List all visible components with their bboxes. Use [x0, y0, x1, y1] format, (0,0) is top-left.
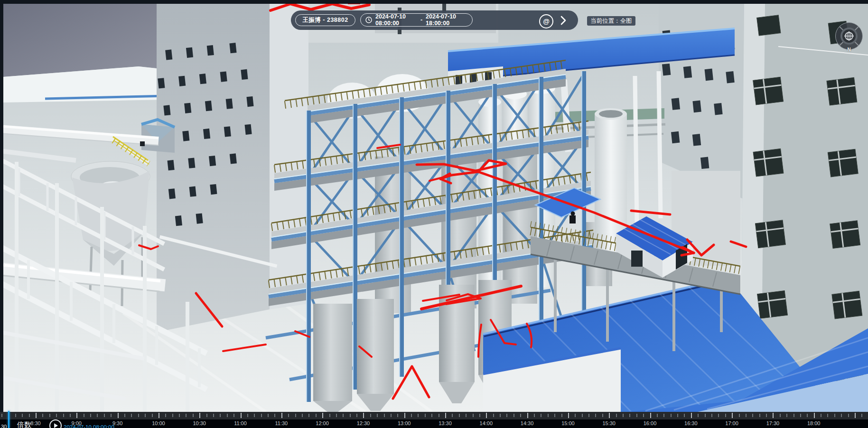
minor-tick — [834, 414, 835, 417]
minor-tick — [595, 414, 596, 417]
timeline-label: 13:00 — [390, 420, 419, 426]
minor-tick — [254, 414, 255, 417]
minor-tick — [124, 414, 125, 417]
minor-tick — [759, 414, 760, 417]
minor-tick — [841, 414, 842, 417]
timeline-label: 16:30 — [677, 420, 705, 426]
minor-tick — [220, 414, 221, 417]
minor-tick — [206, 414, 207, 417]
clock-icon — [365, 17, 372, 23]
minor-tick — [698, 414, 699, 417]
compass-north-label: N — [835, 47, 863, 52]
timeline-label: 15:30 — [595, 420, 623, 426]
major-tick — [118, 413, 119, 418]
minor-tick — [663, 414, 664, 417]
speed-value[interactable]: 30 — [1, 424, 7, 428]
minor-tick — [513, 414, 514, 417]
minor-tick — [29, 414, 30, 417]
minor-tick — [786, 414, 787, 417]
minor-tick — [56, 414, 57, 417]
minor-tick — [145, 414, 146, 417]
major-tick — [568, 413, 569, 418]
minor-tick — [302, 414, 303, 417]
timeline-label: 12:30 — [349, 420, 377, 426]
minor-tick — [616, 414, 617, 417]
major-tick — [241, 413, 242, 418]
minor-tick — [636, 414, 637, 417]
major-tick — [814, 413, 815, 418]
app-window: 王振博 - 238802 2024-07-10 08:00:00 - 2024-… — [0, 0, 868, 428]
locate-button[interactable]: @ — [539, 14, 553, 28]
minor-tick — [827, 414, 828, 417]
minor-tick — [329, 414, 330, 417]
minor-tick — [657, 414, 658, 417]
minor-tick — [548, 414, 549, 417]
time-range-pill[interactable]: 2024-07-10 08:00:00 - 2024-07-10 18:00:0… — [360, 13, 473, 27]
time-start: 2024-07-10 08:00:00 — [375, 13, 417, 27]
minor-tick — [541, 414, 541, 417]
minor-tick — [227, 414, 228, 417]
frame-top-strip — [0, 0, 868, 4]
play-icon — [54, 423, 58, 428]
minor-tick — [431, 414, 432, 417]
frame-left-strip — [0, 0, 3, 412]
major-tick — [855, 413, 856, 418]
major-tick — [691, 413, 692, 418]
minor-tick — [295, 414, 296, 417]
major-tick — [281, 413, 282, 418]
timeline-playhead[interactable] — [8, 411, 9, 428]
timeline-label: 11:30 — [267, 420, 296, 426]
minor-tick — [42, 414, 43, 417]
minor-tick — [343, 414, 344, 417]
minor-tick — [800, 414, 801, 417]
minor-tick — [22, 414, 23, 417]
major-tick — [322, 413, 323, 418]
next-button[interactable] — [557, 14, 570, 27]
minor-tick — [316, 414, 317, 417]
minor-tick — [350, 414, 351, 417]
minor-tick — [684, 414, 685, 417]
minor-tick — [391, 414, 392, 417]
minor-tick — [377, 414, 378, 417]
minor-tick — [493, 414, 494, 417]
minor-tick — [172, 414, 173, 417]
toolbar: 王振博 - 238802 2024-07-10 08:00:00 - 2024-… — [291, 10, 578, 30]
timeline-labels: 8:309:009:3010:0010:3011:0011:3012:0012:… — [0, 419, 868, 428]
minor-tick — [247, 414, 248, 417]
at-icon: @ — [543, 18, 550, 25]
minor-tick — [629, 414, 630, 417]
minor-tick — [268, 414, 269, 417]
timeline-label: 15:00 — [554, 420, 582, 426]
timeline-label: 16:00 — [636, 420, 664, 426]
minor-tick — [425, 414, 426, 417]
compass-widget[interactable]: N — [835, 22, 863, 50]
minor-tick — [711, 414, 712, 417]
minor-tick — [705, 414, 706, 417]
minor-tick — [233, 414, 234, 417]
minor-tick — [90, 414, 91, 417]
minor-tick — [418, 414, 419, 417]
minor-tick — [111, 414, 112, 417]
time-separator: - — [420, 17, 422, 23]
minor-tick — [479, 414, 480, 417]
minor-tick — [261, 414, 262, 417]
minor-tick — [588, 414, 589, 417]
scene-3d[interactable] — [0, 0, 868, 412]
minor-tick — [1, 414, 2, 417]
major-tick — [363, 413, 364, 418]
minor-tick — [138, 414, 139, 417]
building-left — [153, 4, 308, 332]
minor-tick — [213, 414, 214, 417]
person-pill[interactable]: 王振博 - 238802 — [295, 14, 355, 26]
minor-tick — [602, 414, 603, 417]
timeline-label: 10:30 — [185, 420, 214, 426]
minor-tick — [821, 414, 821, 417]
minor-tick — [288, 414, 289, 417]
minor-tick — [15, 414, 16, 417]
timeline-ticks[interactable] — [0, 412, 868, 419]
minor-tick — [165, 414, 166, 417]
minor-tick — [677, 414, 678, 417]
minor-tick — [671, 414, 672, 417]
major-tick — [76, 413, 77, 418]
timeline-label: 14:00 — [472, 420, 500, 426]
